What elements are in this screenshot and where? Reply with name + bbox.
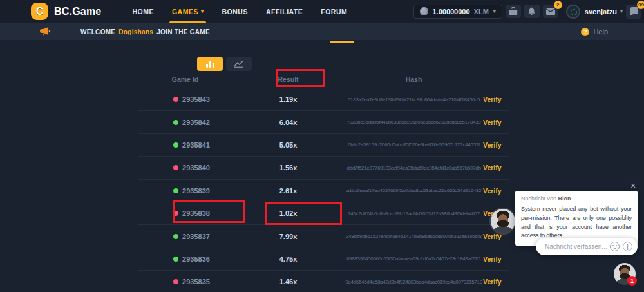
- chat-message-input[interactable]: [545, 243, 607, 250]
- game-id: 2935842: [182, 119, 210, 126]
- verify-link[interactable]: Verify: [483, 233, 509, 240]
- game-id-cell: 2935839: [138, 187, 232, 195]
- nav-label: AFFILIATE: [266, 8, 303, 15]
- balance-selector[interactable]: 1.00000000 XLM▾: [413, 5, 502, 19]
- game-id: 2935840: [182, 164, 210, 171]
- verify-link[interactable]: Verify: [483, 119, 509, 126]
- chat-sender-avatar: [491, 209, 515, 233]
- result-status-dot: [173, 234, 178, 239]
- column-header-game-id: Game Id: [138, 75, 232, 83]
- info-icon[interactable]: |: [623, 242, 632, 251]
- help-button[interactable]: ? Help: [581, 23, 608, 40]
- chat-toggle-button[interactable]: 99: [626, 5, 641, 19]
- result-status-dot: [173, 97, 178, 102]
- message-sender: Rion: [558, 195, 571, 202]
- balance-currency: XLM: [474, 8, 489, 15]
- verify-link[interactable]: Verify: [483, 187, 509, 195]
- nav-item-home[interactable]: HOME: [123, 0, 163, 23]
- chevron-down-icon: ▾: [201, 8, 204, 14]
- table-row: 2935838 1.02x 743c2d874b6d8a8dcdf9fc19ac…: [138, 202, 509, 224]
- announcement-text: WELCOME Dogishans JOIN THE GAME: [80, 23, 210, 40]
- hash-cell: 348bb9db61527e4c9f3e4a1414d9b8ba66ce8970…: [345, 233, 483, 239]
- verify-link[interactable]: Verify: [483, 164, 509, 171]
- announcement-suffix: JOIN THE GAME: [156, 28, 210, 35]
- nav-item-games[interactable]: GAMES▾: [163, 0, 213, 23]
- game-id-cell: 2935835: [138, 278, 232, 286]
- balance-amount: 1.00000000: [432, 8, 469, 15]
- tab-trends[interactable]: [226, 57, 252, 71]
- hash-cell: 9e4d6546d4e58a42d3b4f924883baa4daac019ce…: [345, 279, 483, 285]
- table-row: 2935835 1.46x 9e4d6546d4e58a42d3b4f92488…: [138, 270, 509, 292]
- announcement-username: Dogishans: [118, 28, 153, 35]
- coin-icon: [420, 7, 428, 15]
- chat-toggle-badge: 99: [637, 1, 644, 9]
- result-cell: 1.46x: [232, 278, 345, 286]
- game-id: 2935841: [182, 141, 210, 149]
- verify-link[interactable]: Verify: [483, 255, 509, 263]
- result-cell: 1.19x: [232, 95, 345, 103]
- table-row: 2935837 7.99x 348bb9db61527e4c9f3e4a1414…: [138, 224, 509, 247]
- verify-link[interactable]: Verify: [483, 278, 509, 286]
- result-status-dot: [173, 142, 178, 148]
- user-menu[interactable]: svenjatzu ▾: [566, 5, 623, 19]
- chat-bubble-icon: [630, 7, 638, 15]
- nav-label: FORUM: [321, 8, 347, 15]
- username: svenjatzu: [585, 8, 617, 15]
- megaphone-icon: [40, 26, 51, 37]
- question-icon: ?: [581, 28, 589, 36]
- tab-my-bets[interactable]: [197, 57, 223, 71]
- game-id: 2935835: [182, 278, 210, 286]
- nav-label: GAMES: [172, 8, 198, 15]
- trend-chart-icon: [234, 60, 244, 68]
- hash-cell: 5183a2ea7e9d8e13fb79bbf21bc9ffc804dada4a…: [345, 97, 483, 102]
- brand-name: BC.Game: [54, 6, 101, 17]
- verify-link[interactable]: Verify: [483, 95, 509, 103]
- top-header: C BC.Game HOME GAMES▾ BONUS AFFILIATE FO…: [0, 0, 644, 23]
- page-tab-indicator: [330, 41, 354, 43]
- game-id-cell: 2935837: [138, 233, 232, 240]
- column-header-hash: Hash: [345, 75, 483, 83]
- chat-unread-badge: 1: [627, 276, 637, 286]
- announcement-bar: WELCOME Dogishans JOIN THE GAME ? Help: [0, 23, 644, 40]
- result-cell: 1.02x: [232, 209, 345, 217]
- table-row: 2935836 4.75x 8988392450666c53f30afaaaea…: [138, 248, 509, 270]
- main-nav: HOME GAMES▾ BONUS AFFILIATE FORUM: [123, 0, 356, 23]
- nav-item-affiliate[interactable]: AFFILIATE: [257, 0, 312, 23]
- result-status-dot: [173, 165, 178, 170]
- chat-message-meta: Nachricht von Rion: [521, 195, 632, 202]
- game-history-table: Game Id Result Hash 2935843 1.19x 5183a2…: [138, 71, 509, 292]
- result-cell: 1.56x: [232, 164, 345, 171]
- wallet-button[interactable]: [506, 5, 521, 18]
- result-status-dot: [173, 120, 178, 125]
- messages-button[interactable]: 2: [543, 5, 558, 18]
- history-view-tabs: [197, 57, 252, 71]
- chevron-down-icon: ▾: [620, 8, 623, 14]
- brand-logo[interactable]: C BC.Game: [31, 3, 101, 20]
- game-id: 2935837: [182, 233, 210, 240]
- user-avatar: [566, 5, 580, 19]
- hash-cell: a1bb0eaaf17ed4527669f2a0bba8cc53abab26c6…: [345, 188, 483, 193]
- hash-cell: ddd7f521e87769103ecf94ea35da50ee354efd1c…: [345, 165, 483, 171]
- game-id-cell: 2935843: [138, 95, 232, 103]
- emoji-icon[interactable]: [610, 242, 620, 251]
- messages-badge: 2: [554, 1, 562, 9]
- envelope-icon: [546, 8, 555, 15]
- announcement-prefix: WELCOME: [80, 28, 115, 35]
- close-icon[interactable]: ×: [630, 181, 636, 190]
- hash-cell: 8988392450666c53f30afaaaea69c1d6a7c0407e…: [345, 256, 483, 262]
- message-from-label: Nachricht von: [521, 195, 556, 202]
- bell-icon: [527, 7, 536, 15]
- nav-item-bonus[interactable]: BONUS: [213, 0, 256, 23]
- notifications-button[interactable]: [524, 5, 540, 18]
- nav-item-forum[interactable]: FORUM: [312, 0, 356, 23]
- hash-cell: 743c2d874b6d8a8dcdf9fc19acf4d70f74f12a38…: [345, 211, 483, 217]
- wallet-icon: [509, 7, 518, 15]
- game-id: 2935838: [182, 209, 210, 217]
- result-cell: 7.99x: [232, 233, 345, 240]
- table-row: 2935842 6.04x 7028be95dd95f441b633d6d296…: [138, 110, 509, 133]
- help-label: Help: [593, 28, 608, 35]
- table-row: 2935841 5.05x 6bffc2a59159d2060d0abc85f5…: [138, 133, 509, 156]
- verify-link[interactable]: Verify: [483, 141, 509, 149]
- chat-input-card: |: [536, 238, 638, 255]
- result-status-dot: [173, 257, 178, 262]
